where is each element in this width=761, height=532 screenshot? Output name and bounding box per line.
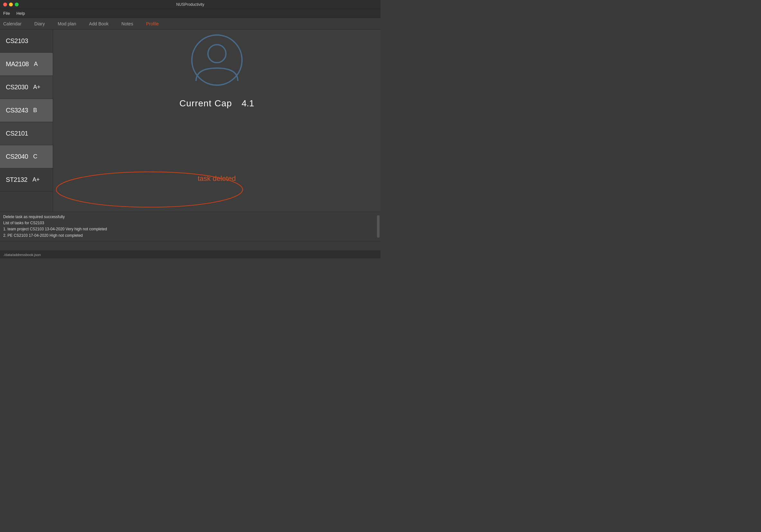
- close-button[interactable]: [3, 3, 7, 6]
- svg-point-1: [208, 45, 226, 63]
- menu-file[interactable]: File: [3, 11, 10, 16]
- sidebar-item-cs3243[interactable]: CS3243 B: [0, 99, 53, 122]
- profile-avatar: [190, 33, 244, 89]
- module-grade: A+: [32, 176, 40, 183]
- minimize-button[interactable]: [9, 3, 13, 6]
- tab-notes[interactable]: Notes: [122, 21, 133, 27]
- command-input[interactable]: [3, 243, 377, 248]
- svg-point-0: [192, 35, 242, 85]
- menu-bar: File Help: [0, 9, 380, 18]
- module-grade: A+: [33, 84, 40, 90]
- nav-tabs: Calendar Diary Mod plan Add Book Notes P…: [0, 18, 380, 29]
- module-grade: A: [34, 61, 38, 68]
- cap-display: Current Cap 4.1: [179, 98, 254, 109]
- title-bar: NUSProductivity: [0, 0, 380, 9]
- sidebar-item-cs2101[interactable]: CS2101: [0, 122, 53, 145]
- cap-label: Current Cap: [179, 98, 232, 109]
- right-panel: Current Cap 4.1 task deleted: [53, 29, 380, 212]
- module-grade: B: [33, 107, 37, 114]
- sidebar-item-cs2103[interactable]: CS2103: [0, 29, 53, 53]
- status-bar: ./data/addressbook.json: [0, 250, 380, 258]
- sidebar-item-cs2030[interactable]: CS2030 A+: [0, 76, 53, 99]
- log-line-1: Delete task as required successfully: [3, 214, 374, 220]
- log-line-2: List of tasks for CS2103: [3, 220, 374, 226]
- module-grade: C: [33, 153, 37, 160]
- module-code: CS2030: [6, 83, 28, 91]
- sidebar: CS2103 MA2108 A CS2030 A+ CS3243 B CS210…: [0, 29, 53, 212]
- module-code: CS2101: [6, 130, 28, 137]
- status-path: ./data/addressbook.json: [3, 253, 41, 257]
- module-code: MA2108: [6, 60, 29, 68]
- log-scrollbar[interactable]: [377, 215, 380, 238]
- module-code: ST2132: [6, 176, 27, 184]
- task-deleted-message: task deleted: [198, 175, 236, 183]
- sidebar-item-ma2108[interactable]: MA2108 A: [0, 53, 53, 76]
- sidebar-item-cs2040[interactable]: CS2040 C: [0, 145, 53, 168]
- input-area: [0, 241, 380, 250]
- menu-help[interactable]: Help: [16, 11, 25, 16]
- log-area: Delete task as required successfully Lis…: [0, 212, 380, 241]
- main-row: CS2103 MA2108 A CS2030 A+ CS3243 B CS210…: [0, 29, 380, 212]
- tab-calendar[interactable]: Calendar: [3, 21, 22, 27]
- module-code: CS3243: [6, 107, 28, 114]
- sidebar-item-st2132[interactable]: ST2132 A+: [0, 168, 53, 191]
- tab-modplan[interactable]: Mod plan: [58, 21, 77, 27]
- tab-profile[interactable]: Profile: [146, 21, 159, 27]
- log-line-4: 2. PE CS2103 17-04-2020 High not complet…: [3, 233, 374, 239]
- module-code: CS2103: [6, 37, 28, 45]
- cap-value: 4.1: [242, 98, 254, 109]
- module-code: CS2040: [6, 153, 28, 160]
- tab-addbook[interactable]: Add Book: [89, 21, 109, 27]
- window-title: NUSProductivity: [176, 2, 204, 7]
- main-body: CS2103 MA2108 A CS2030 A+ CS3243 B CS210…: [0, 29, 380, 258]
- traffic-lights: [3, 3, 19, 6]
- log-line-3: 1. team project CS2103 13-04-2020 Very h…: [3, 226, 374, 232]
- tab-diary[interactable]: Diary: [34, 21, 45, 27]
- maximize-button[interactable]: [15, 3, 19, 6]
